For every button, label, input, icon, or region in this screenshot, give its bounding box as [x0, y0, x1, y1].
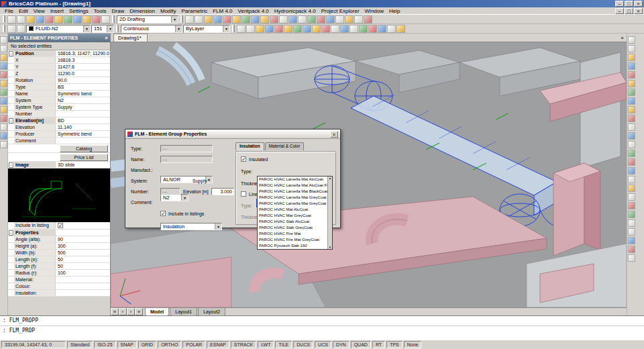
tool-icon[interactable]	[312, 25, 321, 33]
paste-icon[interactable]	[73, 15, 82, 23]
duct-bend-icon[interactable]	[628, 45, 635, 52]
line-icon[interactable]	[0, 45, 7, 52]
command-input[interactable]: : FLM_PROP	[0, 326, 644, 335]
tool-icon[interactable]	[396, 25, 405, 33]
property-value[interactable]: 11427.6	[56, 64, 110, 70]
layout-tab[interactable]: Layout2	[198, 308, 225, 316]
menu-item[interactable]: Insert	[48, 7, 66, 15]
property-row[interactable]: Length (f): 50	[8, 263, 110, 270]
tool-icon[interactable]	[359, 25, 368, 33]
dropdown-option[interactable]: PAROC HVAC Mat GreyCoat	[258, 213, 332, 219]
tool-icon[interactable]	[387, 25, 396, 33]
mirror-icon[interactable]	[0, 132, 7, 140]
property-row[interactable]: Height (a): 300	[8, 243, 110, 250]
layout-tab[interactable]: Model	[145, 308, 169, 316]
menu-item[interactable]: Modify	[158, 7, 179, 15]
menu-item[interactable]: View	[31, 7, 48, 15]
tool-icon[interactable]	[628, 237, 635, 244]
workspace-combo[interactable]: 2D Drafting	[117, 15, 178, 23]
last-tab-icon[interactable]	[135, 308, 143, 315]
status-toggle[interactable]: QUAD	[351, 341, 371, 348]
slide-preview[interactable]	[8, 168, 110, 222]
property-value[interactable]: 90	[56, 236, 110, 243]
collapse-icon[interactable]	[8, 51, 14, 56]
dimension-icon[interactable]	[0, 106, 7, 113]
elevation-field[interactable]: 3.000	[211, 188, 234, 195]
property-row[interactable]: Material:	[8, 277, 110, 283]
arc-icon[interactable]	[0, 71, 7, 79]
property-value[interactable]: BS	[56, 84, 110, 91]
tool-icon[interactable]	[284, 25, 292, 33]
tool-icon[interactable]	[628, 193, 635, 201]
open-icon[interactable]	[17, 15, 25, 23]
status-toggle[interactable]: DYN	[333, 341, 350, 348]
scale-combo[interactable]: 151	[91, 25, 114, 33]
status-toggle[interactable]: SNAP	[117, 341, 137, 348]
toolbar-grip[interactable]	[3, 25, 5, 32]
tool-icon[interactable]	[368, 25, 377, 33]
toolbar-grip[interactable]	[3, 15, 5, 23]
damper-icon[interactable]	[628, 106, 635, 113]
property-value[interactable]: 90.0	[56, 77, 110, 84]
property-row[interactable]: Z 11290.0	[8, 70, 110, 77]
round-duct-icon[interactable]	[628, 80, 635, 87]
property-row[interactable]: Colour:	[8, 283, 110, 290]
select-icon[interactable]	[0, 36, 7, 44]
tool-icon[interactable]	[274, 25, 283, 33]
tool-icon[interactable]	[628, 211, 635, 218]
first-tab-icon[interactable]	[111, 308, 119, 315]
tool-icon[interactable]	[317, 15, 325, 23]
menu-item[interactable]: Help	[386, 7, 402, 15]
property-row[interactable]: Position 16816.3; 11427; 11290.0	[8, 50, 110, 57]
duct-tee-icon[interactable]	[628, 54, 635, 61]
tool-icon[interactable]	[307, 15, 316, 23]
menu-item[interactable]: Window	[362, 7, 386, 15]
property-value[interactable]: 50	[56, 256, 110, 263]
dropdown-option[interactable]: PAROC HVAC Lamella Mat GreyCoat Fix	[258, 201, 332, 207]
menu-item[interactable]: Ventpack 4.0	[235, 7, 272, 15]
erase-icon[interactable]	[0, 141, 7, 148]
print-icon[interactable]	[36, 15, 44, 23]
property-value[interactable]: 16816.3	[56, 57, 110, 64]
number-field[interactable]: ---	[160, 188, 180, 195]
property-row[interactable]: Elevation 11.140	[8, 124, 110, 131]
property-row[interactable]: Y 11427.6	[8, 64, 110, 70]
tool-icon[interactable]	[279, 15, 288, 23]
tool-icon[interactable]	[345, 15, 354, 23]
filter-icon[interactable]	[628, 123, 635, 131]
zoom-icon[interactable]	[195, 15, 203, 23]
save-icon[interactable]	[26, 15, 35, 23]
insulated-checkbox[interactable]	[241, 156, 246, 162]
property-row[interactable]: Elevation[m] BD	[8, 117, 110, 124]
tool-icon[interactable]	[303, 25, 311, 33]
status-toggle[interactable]: LWT	[258, 341, 274, 348]
menu-item[interactable]: FLM 4.0	[210, 7, 235, 15]
tool-icon[interactable]	[326, 15, 335, 23]
dropdown-option[interactable]: PAROC HVAC Fire Mat GreyCoat	[258, 237, 332, 243]
toolbar-grip[interactable]	[180, 15, 183, 23]
dropdown-scrollbar[interactable]	[327, 177, 332, 249]
dropdown-option[interactable]: PAROC HVAC Lamella Mat AluCoat	[258, 177, 332, 183]
child-minimize-icon[interactable]	[615, 8, 624, 14]
dropdown-option[interactable]: PAROC HVAC Lamella Mat AluCoat Fix	[258, 183, 332, 189]
move-icon[interactable]	[0, 115, 7, 122]
undo-icon[interactable]	[92, 15, 101, 23]
panel-close-icon[interactable]	[105, 35, 108, 41]
match-properties-icon[interactable]	[83, 15, 91, 23]
status-toggle[interactable]: POLAR	[182, 341, 205, 348]
status-toggle[interactable]: STRACK	[231, 341, 256, 348]
include-listings-checkbox[interactable]	[160, 211, 166, 216]
dropdown-option[interactable]: PAROC HVAC Slab AluCoat	[258, 219, 332, 225]
property-row[interactable]: Angle (alfa): 90	[8, 236, 110, 243]
tool-icon[interactable]	[246, 25, 255, 33]
named-view-icon[interactable]	[223, 15, 231, 23]
image-group-row[interactable]: Image 3D slide	[8, 162, 110, 168]
property-row[interactable]: System Type Supply	[8, 104, 110, 111]
fan-icon[interactable]	[628, 115, 635, 122]
tool-icon[interactable]	[364, 15, 372, 23]
polyline-icon[interactable]	[0, 54, 7, 61]
tool-icon[interactable]	[628, 219, 635, 227]
tool-icon[interactable]	[298, 15, 307, 23]
property-row[interactable]: Number	[8, 111, 110, 117]
price-list-button[interactable]: Price List	[60, 154, 108, 161]
